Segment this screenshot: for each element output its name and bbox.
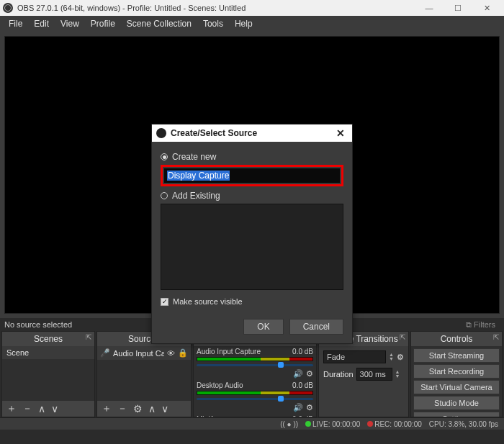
- radio-checked-icon: [161, 153, 168, 160]
- checkbox-checked-icon: ✓: [161, 298, 168, 306]
- ok-button[interactable]: OK: [243, 319, 283, 335]
- source-name-input[interactable]: Display Capture: [163, 168, 341, 184]
- add-existing-radio[interactable]: Add Existing: [161, 191, 343, 201]
- create-new-label: Create new: [172, 152, 216, 162]
- dialog-titlebar: Create/Select Source ✕: [152, 124, 352, 142]
- app-logo-icon: [156, 128, 166, 138]
- existing-sources-list[interactable]: [161, 204, 343, 290]
- cancel-button[interactable]: Cancel: [289, 319, 343, 335]
- make-visible-checkbox[interactable]: ✓ Make source visible: [161, 297, 343, 306]
- create-select-source-dialog: Create/Select Source ✕ Create new Displa…: [151, 124, 353, 344]
- create-new-radio[interactable]: Create new: [161, 152, 343, 162]
- dialog-title: Create/Select Source: [171, 128, 257, 138]
- close-icon[interactable]: ✕: [333, 127, 348, 139]
- annotation-highlight: Display Capture: [161, 165, 343, 186]
- make-visible-label: Make source visible: [173, 297, 243, 306]
- modal-backdrop: Create/Select Source ✕ Create new Displa…: [0, 0, 504, 444]
- radio-unchecked-icon: [161, 192, 168, 199]
- add-existing-label: Add Existing: [172, 191, 220, 201]
